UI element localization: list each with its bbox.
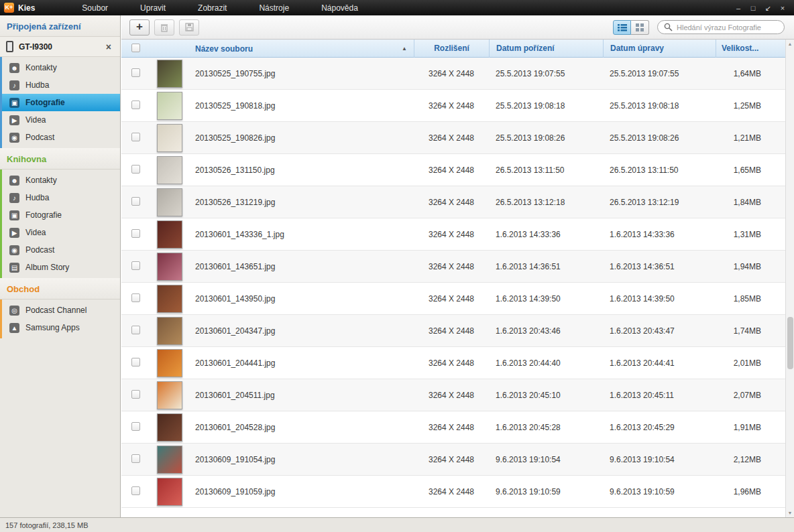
sidebar-item[interactable]: ▣ Fotografie xyxy=(2,206,120,224)
table-row[interactable]: 20130601_143950.jpg 3264 X 2448 1.6.2013… xyxy=(121,283,785,315)
row-checkbox[interactable] xyxy=(131,358,140,367)
file-size: 2,01MB xyxy=(716,358,785,368)
sidebar-item[interactable]: ▶ Videa xyxy=(2,224,120,241)
album-story-icon: ▤ xyxy=(9,263,19,273)
sidebar-item[interactable]: ▣ Fotografie xyxy=(2,94,120,111)
photo-thumbnail[interactable] xyxy=(157,317,182,345)
device-row[interactable]: GT-I9300 × xyxy=(0,37,120,57)
menu-napoveda[interactable]: Nápověda xyxy=(305,3,374,13)
delete-button[interactable] xyxy=(154,19,174,36)
row-checkbox[interactable] xyxy=(131,422,140,431)
table-row[interactable]: 20130601_204441.jpg 3264 X 2448 1.6.2013… xyxy=(121,347,785,379)
table-row[interactable]: 20130525_190826.jpg 3264 X 2448 25.5.201… xyxy=(121,122,785,154)
sidebar-item[interactable]: ▲ Samsung Apps xyxy=(2,319,120,336)
row-checkbox[interactable] xyxy=(131,133,140,141)
photo-thumbnail[interactable] xyxy=(157,220,182,249)
sidebar-item[interactable]: ▶ Videa xyxy=(2,111,120,129)
table-row[interactable]: 20130601_204528.jpg 3264 X 2448 1.6.2013… xyxy=(121,411,785,444)
resolution: 3264 X 2448 xyxy=(414,326,489,336)
scroll-down-icon[interactable]: ▼ xyxy=(786,511,794,515)
table-row[interactable]: 20130526_131219.jpg 3264 X 2448 26.5.201… xyxy=(121,186,785,218)
scrollbar-thumb[interactable] xyxy=(787,317,793,369)
table-row[interactable]: 20130601_143651.jpg 3264 X 2448 1.6.2013… xyxy=(121,251,785,283)
column-header-name[interactable]: Název souboru ▲ xyxy=(190,44,414,54)
photo-thumbnail[interactable] xyxy=(157,478,182,506)
row-checkbox[interactable] xyxy=(131,68,140,77)
toolbar: + xyxy=(121,15,794,40)
sidebar-item[interactable]: ◉ Podcast xyxy=(2,129,120,146)
photo-thumbnail[interactable] xyxy=(157,92,182,120)
status-bar: 157 fotografií, 238,15 MB xyxy=(0,517,794,532)
row-checkbox[interactable] xyxy=(131,165,140,174)
close-icon[interactable]: × xyxy=(775,1,790,15)
search-box[interactable] xyxy=(657,20,785,34)
table-row[interactable]: 20130601_143336_1.jpg 3264 X 2448 1.6.20… xyxy=(121,218,785,251)
sidebar-item[interactable]: ◉ Podcast xyxy=(2,241,120,259)
table-row[interactable]: 20130601_204511.jpg 3264 X 2448 1.6.2013… xyxy=(121,379,785,411)
maximize-icon[interactable]: □ xyxy=(746,1,760,15)
column-header-size[interactable]: Velikost... xyxy=(716,40,785,58)
photo-thumbnail[interactable] xyxy=(157,188,182,216)
file-size: 1,65MB xyxy=(716,165,785,175)
sidebar-item[interactable]: ▤ Album Story xyxy=(2,259,120,276)
table-row[interactable]: 20130526_131150.jpg 3264 X 2448 26.5.201… xyxy=(121,154,785,186)
row-checkbox[interactable] xyxy=(131,261,140,270)
app-name: Kies xyxy=(18,3,35,13)
photo-thumbnail[interactable] xyxy=(157,413,182,442)
row-checkbox[interactable] xyxy=(131,197,140,206)
date-taken: 25.5.2013 19:08:18 xyxy=(489,101,603,111)
row-checkbox[interactable] xyxy=(131,101,140,109)
file-size: 1,94MB xyxy=(716,262,785,271)
menu-upravit[interactable]: Upravit xyxy=(124,3,182,13)
table-row[interactable]: 20130609_191054.jpg 3264 X 2448 9.6.2013… xyxy=(121,444,785,476)
sidebar-item[interactable]: ☻ Kontakty xyxy=(2,172,120,189)
table-row[interactable]: 20130525_190818.jpg 3264 X 2448 25.5.201… xyxy=(121,90,785,122)
title-bar: K+ Kies Soubor Upravit Zobrazit Nástroje… xyxy=(0,0,794,15)
menu-soubor[interactable]: Soubor xyxy=(66,3,124,13)
menu-nastroje[interactable]: Nástroje xyxy=(243,3,305,13)
column-header-date-taken[interactable]: Datum pořízení xyxy=(489,40,603,58)
scroll-up-icon[interactable]: ▲ xyxy=(786,42,794,46)
search-input[interactable] xyxy=(677,23,778,31)
save-to-pc-button[interactable] xyxy=(179,19,199,36)
date-taken: 1.6.2013 14:39:50 xyxy=(489,294,603,304)
photo-thumbnail[interactable] xyxy=(157,349,182,377)
menu-zobrazit[interactable]: Zobrazit xyxy=(182,3,243,13)
list-view-button[interactable] xyxy=(613,20,631,35)
file-size: 1,91MB xyxy=(716,423,785,432)
row-checkbox[interactable] xyxy=(131,390,140,399)
sidebar-item[interactable]: ♪ Hudba xyxy=(2,189,120,206)
add-button[interactable]: + xyxy=(129,19,150,36)
sidebar-item[interactable]: ◎ Podcast Channel xyxy=(2,302,120,319)
row-checkbox[interactable] xyxy=(131,454,140,463)
row-checkbox[interactable] xyxy=(131,229,140,238)
photo-thumbnail[interactable] xyxy=(157,253,182,281)
file-name: 20130609_191059.jpg xyxy=(190,487,414,496)
grid-view-button[interactable] xyxy=(631,20,649,35)
row-checkbox[interactable] xyxy=(131,486,140,495)
photo-thumbnail[interactable] xyxy=(157,381,182,409)
resize-icon[interactable]: ↙ xyxy=(760,1,775,15)
sidebar-item[interactable]: ♪ Hudba xyxy=(2,76,120,94)
column-header-date-modified[interactable]: Datum úpravy xyxy=(603,40,716,58)
table-row[interactable]: 20130525_190755.jpg 3264 X 2448 25.5.201… xyxy=(121,58,785,90)
table-row[interactable]: 20130601_204347.jpg 3264 X 2448 1.6.2013… xyxy=(121,315,785,347)
sort-ascending-icon[interactable]: ▲ xyxy=(402,46,407,52)
sidebar-item[interactable]: ☻ Kontakty xyxy=(2,59,120,76)
photo-thumbnail[interactable] xyxy=(157,124,182,152)
photo-thumbnail[interactable] xyxy=(157,156,182,184)
photo-thumbnail[interactable] xyxy=(157,446,182,474)
date-taken: 25.5.2013 19:07:55 xyxy=(489,69,603,78)
photo-thumbnail[interactable] xyxy=(157,60,182,88)
row-checkbox[interactable] xyxy=(131,326,140,334)
vertical-scrollbar[interactable]: ▲ ▼ xyxy=(785,40,794,517)
table-row[interactable]: 20130609_191059.jpg 3264 X 2448 9.6.2013… xyxy=(121,476,785,508)
disconnect-device-icon[interactable]: × xyxy=(103,42,114,52)
minimize-icon[interactable]: – xyxy=(731,1,746,15)
date-taken: 9.6.2013 19:10:54 xyxy=(489,455,603,464)
table-header: Název souboru ▲ Rozlišení Datum pořízení… xyxy=(121,40,785,58)
row-checkbox[interactable] xyxy=(131,293,140,302)
photo-thumbnail[interactable] xyxy=(157,285,182,313)
column-header-resolution[interactable]: Rozlišení xyxy=(414,40,489,58)
select-all-checkbox[interactable] xyxy=(131,44,140,52)
